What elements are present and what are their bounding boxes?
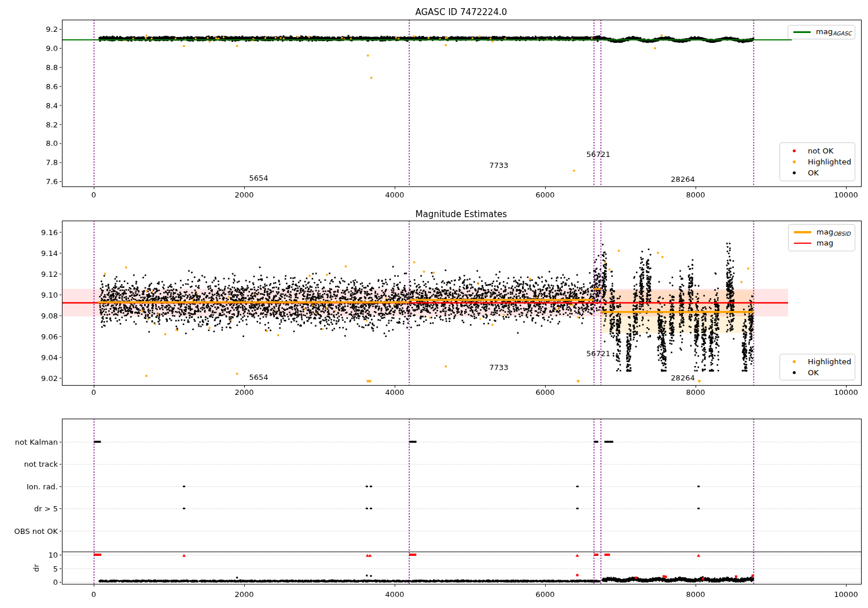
plot-canvas [0, 0, 868, 608]
figure: AGASC ID 7472224.0 Magnitude Estimates 5… [0, 0, 868, 608]
